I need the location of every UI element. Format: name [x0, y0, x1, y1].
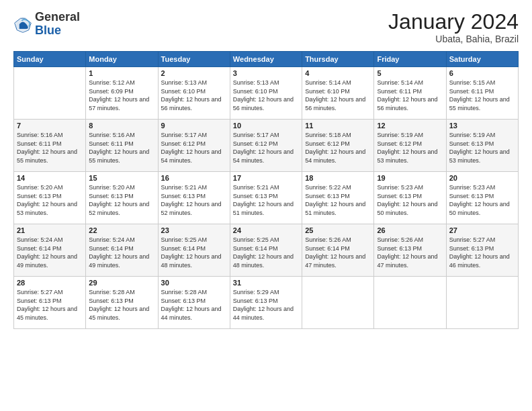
day-number: 5: [377, 69, 443, 77]
th-sunday: Sunday: [14, 52, 86, 67]
day-info: Sunrise: 5:27 AMSunset: 6:13 PMDaylight:…: [449, 236, 510, 269]
cell-2-3: 17Sunrise: 5:21 AMSunset: 6:13 PMDayligh…: [230, 172, 302, 224]
cell-1-4: 11Sunrise: 5:18 AMSunset: 6:12 PMDayligh…: [302, 120, 374, 172]
day-info: Sunrise: 5:24 AMSunset: 6:14 PMDaylight:…: [17, 236, 77, 269]
day-info: Sunrise: 5:16 AMSunset: 6:11 PMDaylight:…: [17, 132, 77, 164]
logo-icon: [13, 15, 32, 34]
day-number: 25: [305, 226, 371, 234]
cell-2-1: 15Sunrise: 5:20 AMSunset: 6:13 PMDayligh…: [86, 172, 158, 224]
cell-2-5: 19Sunrise: 5:23 AMSunset: 6:13 PMDayligh…: [374, 172, 446, 224]
day-info: Sunrise: 5:13 AMSunset: 6:10 PMDaylight:…: [161, 79, 222, 111]
day-info: Sunrise: 5:17 AMSunset: 6:12 PMDaylight:…: [161, 132, 222, 164]
day-number: 17: [233, 174, 299, 182]
day-number: 14: [17, 174, 83, 182]
day-info: Sunrise: 5:19 AMSunset: 6:12 PMDaylight:…: [377, 132, 437, 164]
cell-2-6: 20Sunrise: 5:23 AMSunset: 6:13 PMDayligh…: [446, 172, 518, 224]
cell-4-6: [446, 277, 518, 329]
th-tuesday: Tuesday: [158, 52, 230, 67]
day-info: Sunrise: 5:25 AMSunset: 6:14 PMDaylight:…: [233, 236, 294, 269]
calendar-table: Sunday Monday Tuesday Wednesday Thursday…: [13, 51, 519, 329]
cell-0-0: [14, 67, 86, 120]
logo: General Blue: [13, 11, 80, 38]
day-info: Sunrise: 5:28 AMSunset: 6:13 PMDaylight:…: [89, 289, 149, 321]
week-row-0: 1Sunrise: 5:12 AMSunset: 6:09 PMDaylight…: [14, 67, 519, 120]
day-number: 31: [233, 279, 299, 287]
calendar-body: 1Sunrise: 5:12 AMSunset: 6:09 PMDaylight…: [14, 67, 519, 329]
header: General Blue January 2024 Ubata, Bahia, …: [13, 11, 519, 44]
location-subtitle: Ubata, Bahia, Brazil: [388, 34, 519, 44]
day-number: 4: [305, 69, 371, 77]
day-info: Sunrise: 5:27 AMSunset: 6:13 PMDaylight:…: [17, 289, 77, 321]
cell-4-4: [302, 277, 374, 329]
day-number: 10: [233, 122, 299, 130]
day-info: Sunrise: 5:26 AMSunset: 6:14 PMDaylight:…: [305, 236, 365, 269]
cell-3-6: 27Sunrise: 5:27 AMSunset: 6:13 PMDayligh…: [446, 224, 518, 277]
day-number: 22: [89, 226, 154, 234]
cell-3-3: 24Sunrise: 5:25 AMSunset: 6:14 PMDayligh…: [230, 224, 302, 277]
month-title: January 2024: [388, 11, 519, 32]
week-row-2: 14Sunrise: 5:20 AMSunset: 6:13 PMDayligh…: [14, 172, 519, 224]
title-block: January 2024 Ubata, Bahia, Brazil: [388, 11, 519, 44]
day-info: Sunrise: 5:23 AMSunset: 6:13 PMDaylight:…: [449, 184, 510, 216]
day-number: 9: [161, 122, 227, 130]
day-info: Sunrise: 5:29 AMSunset: 6:13 PMDaylight:…: [233, 289, 294, 321]
cell-0-4: 4Sunrise: 5:14 AMSunset: 6:10 PMDaylight…: [302, 67, 374, 120]
day-info: Sunrise: 5:22 AMSunset: 6:13 PMDaylight:…: [305, 184, 365, 216]
day-number: 12: [377, 122, 443, 130]
logo-general: General: [35, 10, 80, 24]
cell-1-3: 10Sunrise: 5:17 AMSunset: 6:12 PMDayligh…: [230, 120, 302, 172]
cell-0-3: 3Sunrise: 5:13 AMSunset: 6:10 PMDaylight…: [230, 67, 302, 120]
cell-1-2: 9Sunrise: 5:17 AMSunset: 6:12 PMDaylight…: [158, 120, 230, 172]
logo-text: General Blue: [35, 11, 80, 38]
day-number: 11: [305, 122, 371, 130]
cell-3-1: 22Sunrise: 5:24 AMSunset: 6:14 PMDayligh…: [86, 224, 158, 277]
day-number: 15: [89, 174, 154, 182]
day-number: 19: [377, 174, 443, 182]
day-number: 27: [449, 226, 515, 234]
cell-1-0: 7Sunrise: 5:16 AMSunset: 6:11 PMDaylight…: [14, 120, 86, 172]
header-row: Sunday Monday Tuesday Wednesday Thursday…: [14, 52, 519, 67]
day-info: Sunrise: 5:21 AMSunset: 6:13 PMDaylight:…: [161, 184, 222, 216]
cell-4-5: [374, 277, 446, 329]
day-info: Sunrise: 5:14 AMSunset: 6:11 PMDaylight:…: [377, 79, 437, 111]
cell-4-3: 31Sunrise: 5:29 AMSunset: 6:13 PMDayligh…: [230, 277, 302, 329]
th-saturday: Saturday: [446, 52, 518, 67]
th-monday: Monday: [86, 52, 158, 67]
day-info: Sunrise: 5:23 AMSunset: 6:13 PMDaylight:…: [377, 184, 437, 216]
cell-3-2: 23Sunrise: 5:25 AMSunset: 6:14 PMDayligh…: [158, 224, 230, 277]
day-info: Sunrise: 5:25 AMSunset: 6:14 PMDaylight:…: [161, 236, 222, 269]
day-info: Sunrise: 5:20 AMSunset: 6:13 PMDaylight:…: [89, 184, 149, 216]
day-number: 23: [161, 226, 227, 234]
week-row-4: 28Sunrise: 5:27 AMSunset: 6:13 PMDayligh…: [14, 277, 519, 329]
cell-3-0: 21Sunrise: 5:24 AMSunset: 6:14 PMDayligh…: [14, 224, 86, 277]
day-info: Sunrise: 5:17 AMSunset: 6:12 PMDaylight:…: [233, 132, 294, 164]
day-number: 6: [449, 69, 515, 77]
cell-0-2: 2Sunrise: 5:13 AMSunset: 6:10 PMDaylight…: [158, 67, 230, 120]
day-number: 21: [17, 226, 83, 234]
day-info: Sunrise: 5:26 AMSunset: 6:13 PMDaylight:…: [377, 236, 437, 269]
week-row-3: 21Sunrise: 5:24 AMSunset: 6:14 PMDayligh…: [14, 224, 519, 277]
day-number: 3: [233, 69, 299, 77]
cell-0-1: 1Sunrise: 5:12 AMSunset: 6:09 PMDaylight…: [86, 67, 158, 120]
th-thursday: Thursday: [302, 52, 374, 67]
day-number: 18: [305, 174, 371, 182]
cell-3-5: 26Sunrise: 5:26 AMSunset: 6:13 PMDayligh…: [374, 224, 446, 277]
day-info: Sunrise: 5:13 AMSunset: 6:10 PMDaylight:…: [233, 79, 294, 111]
cell-2-0: 14Sunrise: 5:20 AMSunset: 6:13 PMDayligh…: [14, 172, 86, 224]
week-row-1: 7Sunrise: 5:16 AMSunset: 6:11 PMDaylight…: [14, 120, 519, 172]
day-info: Sunrise: 5:16 AMSunset: 6:11 PMDaylight:…: [89, 132, 149, 164]
day-info: Sunrise: 5:19 AMSunset: 6:13 PMDaylight:…: [449, 132, 510, 164]
cell-4-2: 30Sunrise: 5:28 AMSunset: 6:13 PMDayligh…: [158, 277, 230, 329]
day-number: 1: [89, 69, 154, 77]
cell-4-1: 29Sunrise: 5:28 AMSunset: 6:13 PMDayligh…: [86, 277, 158, 329]
day-number: 24: [233, 226, 299, 234]
day-number: 16: [161, 174, 227, 182]
day-number: 2: [161, 69, 227, 77]
cell-1-6: 13Sunrise: 5:19 AMSunset: 6:13 PMDayligh…: [446, 120, 518, 172]
day-info: Sunrise: 5:15 AMSunset: 6:11 PMDaylight:…: [449, 79, 510, 111]
day-number: 20: [449, 174, 515, 182]
th-friday: Friday: [374, 52, 446, 67]
th-wednesday: Wednesday: [230, 52, 302, 67]
day-info: Sunrise: 5:24 AMSunset: 6:14 PMDaylight:…: [89, 236, 149, 269]
day-info: Sunrise: 5:14 AMSunset: 6:10 PMDaylight:…: [305, 79, 365, 111]
